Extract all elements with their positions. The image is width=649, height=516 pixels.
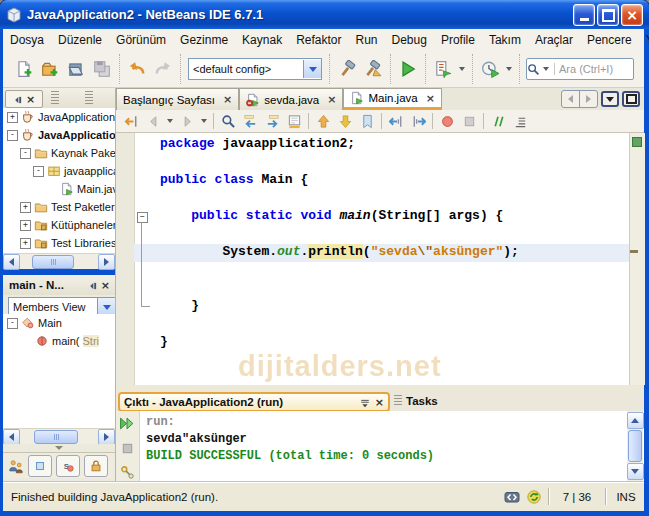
tab-close-icon[interactable]: × [327,93,336,106]
navigator-close-icon[interactable]: × [101,280,110,291]
etb-bm-next-button[interactable] [334,111,356,131]
tab-main.java[interactable]: Main.java× [343,88,441,110]
etb-find-next-button[interactable] [261,111,283,131]
scrollbar-thumb[interactable] [32,255,74,269]
etb-highlight-button[interactable] [283,111,305,131]
etb-bm-prev-button[interactable] [312,111,334,131]
dropdown-caret-icon[interactable] [459,67,465,71]
collapse-icon[interactable]: - [20,148,31,159]
drag-handle[interactable] [85,91,93,104]
expand-icon[interactable]: + [20,220,31,231]
stop-icon[interactable] [120,438,135,456]
dropdown-caret-icon[interactable] [201,119,207,123]
scroll-right-icon[interactable] [98,429,115,445]
etb-uncomment-button[interactable] [509,111,531,131]
menu-kaynak[interactable]: Kaynak [235,31,289,49]
etb-comment-button[interactable] [487,111,509,131]
open-project-button[interactable] [63,56,89,82]
search-dropdown-icon[interactable] [543,67,549,71]
scroll-down-icon[interactable] [627,463,644,480]
expand-icon[interactable]: + [20,238,31,249]
collapse-icon[interactable]: - [7,130,18,141]
dock-icon[interactable] [88,276,98,294]
projects-close-icon[interactable]: × [26,94,35,105]
etb-back-button[interactable] [142,111,164,131]
menu-gezinme[interactable]: Gezinme [173,31,235,49]
navigator-panel-header[interactable]: main - N... × [3,275,115,296]
rerun-icon[interactable] [119,414,136,432]
expand-icon[interactable]: + [20,202,31,213]
output-menu-icon[interactable] [359,393,371,411]
splitter-handle-icon[interactable] [55,446,63,450]
build-button[interactable] [334,56,360,82]
etb-last-edit-button[interactable] [120,111,142,131]
navigator-hscrollbar[interactable] [3,428,115,445]
title-bar[interactable]: JavaApplication2 - NetBeans IDE 6.7.1 × [0,0,649,29]
scroll-left-icon[interactable] [3,429,20,445]
projects-hscrollbar[interactable] [3,253,115,269]
tree-row[interactable]: -JavaApplication2 [3,126,115,144]
code-line[interactable] [134,226,629,244]
new-project-button[interactable] [37,56,63,82]
menu-debug[interactable]: Debug [385,31,434,49]
output-vscrollbar[interactable] [627,411,643,481]
menu-araçlar[interactable]: Araçlar [528,31,580,49]
code-fold-toggle[interactable]: − [137,212,148,223]
tree-row[interactable]: +Kütüphaneler [3,216,115,234]
menu-dosya[interactable]: Dosya [3,31,51,49]
tree-row[interactable]: +JavaApplication1 [3,108,115,126]
undo-button[interactable] [124,56,150,82]
filter-field-button[interactable] [28,455,52,477]
tab-sevda.java[interactable]: sevda.java× [239,88,343,110]
scroll-tabs-left-icon[interactable] [562,91,579,107]
code-line[interactable]: } [134,298,629,316]
close-button[interactable]: × [621,4,643,26]
refresh-icon[interactable] [526,489,542,505]
code-line[interactable] [134,316,629,334]
etb-find-prev-button[interactable] [239,111,261,131]
maximize-editor-icon[interactable] [622,91,640,107]
code-line[interactable] [134,190,629,208]
etb-macro-start-button[interactable] [436,111,458,131]
tree-row[interactable]: Main.java [3,180,115,198]
output-text[interactable]: run:sevda"aksüngerBUILD SUCCESSFUL (tota… [146,414,586,478]
menu-düzenle[interactable]: Düzenle [51,31,109,49]
drag-handle[interactable] [51,91,59,104]
menu-run[interactable]: Run [349,31,385,49]
tree-row[interactable]: -javaapplication2 [3,162,115,180]
tree-row[interactable]: main(Stri [3,332,115,350]
tab-başlangıç-sayfası[interactable]: Başlangıç Sayfası× [116,88,239,110]
etb-macro-stop-button[interactable] [458,111,480,131]
etb-forward-button[interactable] [176,111,198,131]
filter-lock-button[interactable] [84,455,108,477]
save-all-button[interactable] [89,56,115,82]
menu-takım[interactable]: Takım [482,31,528,49]
code-line[interactable]: package javaapplication2; [134,136,629,154]
collapse-icon[interactable]: - [33,166,44,177]
code-line[interactable]: public class Main { [134,172,629,190]
minimize-button[interactable] [573,4,595,26]
run-button[interactable] [395,56,421,82]
scrollbar-thumb[interactable] [628,430,642,462]
etb-bm-toggle-button[interactable] [356,111,378,131]
expand-icon[interactable]: + [7,112,18,123]
menu-refaktor[interactable]: Refaktor [289,31,348,49]
scroll-right-icon[interactable] [98,254,115,270]
search-input[interactable]: Ara (Ctrl+I) [526,58,634,80]
tree-row[interactable]: -Main [3,314,115,332]
error-stripe[interactable] [629,133,645,385]
code-area[interactable]: package javaapplication2; public class M… [134,133,629,385]
code-line[interactable] [134,262,629,280]
output-close-icon[interactable]: × [375,397,384,408]
tab-close-icon[interactable]: × [223,93,232,106]
clean-build-button[interactable] [360,56,386,82]
code-line[interactable] [134,280,629,298]
scrollbar-thumb[interactable] [34,430,78,444]
etb-shift-left-button[interactable] [385,111,407,131]
tree-row[interactable]: +Test Paketleri [3,198,115,216]
search-mag-button[interactable] [217,111,239,131]
scroll-left-icon[interactable] [3,254,20,270]
scroll-tabs-right-icon[interactable] [579,91,597,107]
maximize-button[interactable] [597,4,619,26]
dropdown-caret-icon[interactable] [506,67,512,71]
